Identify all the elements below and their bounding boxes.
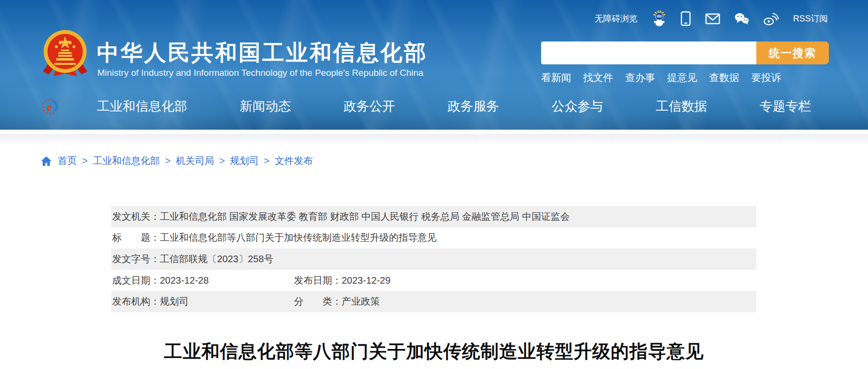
row-label: 标 题： [112, 231, 160, 244]
breadcrumb-home[interactable]: 首页 [58, 154, 77, 167]
quick-link-data[interactable]: 查数据 [709, 71, 739, 84]
table-row-dates: 成文日期： 2023-12-28 发布日期： 2023-12-29 [111, 270, 756, 291]
mail-icon[interactable] [705, 13, 720, 25]
row-second-column: 发布日期： 2023-12-29 [294, 274, 390, 287]
national-emblem [42, 29, 88, 80]
breadcrumb-planning-dept[interactable]: 规划司 [230, 154, 259, 167]
quick-link-docs[interactable]: 找文件 [583, 71, 613, 84]
nav-item-gov-info[interactable]: 政务公开 [344, 98, 395, 115]
row-value: 2023-12-29 [342, 275, 390, 286]
table-row-title: 标 题： 工业和信息化部等八部门关于加快传统制造业转型升级的指导意见 [111, 227, 756, 249]
doc-meta-table: 发文机关： 工业和信息化部 国家发展改革委 教育部 财政部 中国人民银行 税务总… [111, 206, 756, 312]
quick-link-complaint[interactable]: 要投诉 [751, 71, 781, 84]
row-label: 发布机构： [112, 295, 160, 308]
nav-item-news[interactable]: 新闻动态 [240, 98, 291, 115]
main-nav: 工业和信息化部 新闻动态 政务公开 政务服务 公众参与 工信数据 专题专栏 [97, 95, 811, 117]
nav-item-topics[interactable]: 专题专栏 [760, 98, 811, 115]
row-value: 产业政策 [342, 295, 380, 308]
utility-bar: 无障碍浏览 [595, 10, 828, 27]
quick-link-services[interactable]: 查办事 [625, 71, 655, 84]
row-value: 规划司 [160, 295, 188, 308]
page: 无障碍浏览 [0, 0, 868, 369]
weibo-icon[interactable] [763, 12, 779, 25]
quick-link-news[interactable]: 看新闻 [541, 71, 571, 84]
row-value: 工信部联规〔2023〕258号 [160, 253, 273, 266]
row-second-column: 分 类： 产业政策 [294, 295, 380, 308]
table-row-publisher-category: 发布机构： 规划司 分 类： 产业政策 [111, 291, 756, 312]
wechat-icon[interactable] [734, 12, 749, 25]
breadcrumb-bureaus[interactable]: 机关司局 [176, 154, 214, 167]
row-value: 2023-12-28 [160, 275, 209, 286]
breadcrumb-separator: > [219, 155, 225, 166]
nav-item-gov-services[interactable]: 政务服务 [448, 98, 499, 115]
accessibility-link[interactable]: 无障碍浏览 [595, 13, 638, 24]
phone-icon[interactable] [680, 11, 691, 26]
search-input[interactable] [541, 41, 756, 64]
quick-link-feedback[interactable]: 提意见 [667, 71, 697, 84]
nav-item-participation[interactable]: 公众参与 [552, 98, 603, 115]
table-row-issuing-agency: 发文机关： 工业和信息化部 国家发展改革委 教育部 财政部 中国人民银行 税务总… [111, 206, 756, 227]
breadcrumb-separator: > [165, 155, 171, 166]
org-name-en: Ministry of Industry and Information Tec… [97, 68, 423, 78]
header-divider [0, 130, 868, 134]
row-label: 分 类： [294, 295, 342, 308]
nav-item-miit[interactable]: 工业和信息化部 [97, 98, 187, 115]
breadcrumb-doc-release[interactable]: 文件发布 [275, 154, 313, 167]
site-header: 无障碍浏览 [0, 0, 868, 130]
subheader-band [0, 134, 868, 144]
breadcrumb-separator: > [82, 155, 88, 166]
article-title: 工业和信息化部等八部门关于加快传统制造业转型升级的指导意见 [0, 339, 868, 364]
home-icon[interactable] [41, 156, 52, 166]
row-label: 发文字号： [112, 253, 160, 266]
row-value: 工业和信息化部等八部门关于加快传统制造业转型升级的指导意见 [160, 231, 437, 244]
breadcrumb-separator: > [264, 155, 270, 166]
breadcrumb-miit[interactable]: 工业和信息化部 [93, 154, 160, 167]
row-label: 发文机关： [112, 210, 160, 223]
miit-logo-icon[interactable]: e [41, 98, 59, 118]
nav-item-data[interactable]: 工信数据 [656, 98, 707, 115]
quick-links: 看新闻 找文件 查办事 提意见 查数据 要投诉 [541, 71, 781, 84]
rss-link[interactable]: RSS订阅 [793, 13, 828, 24]
row-label: 成文日期： [112, 274, 160, 287]
breadcrumb: 首页 > 工业和信息化部 > 机关司局 > 规划司 > 文件发布 [41, 154, 313, 167]
row-value: 工业和信息化部 国家发展改革委 教育部 财政部 中国人民银行 税务总局 金融监管… [160, 210, 570, 223]
mascot-icon[interactable] [652, 10, 666, 27]
row-label: 发布日期： [294, 274, 342, 287]
org-name-cn: 中华人民共和国工业和信息化部 [97, 38, 428, 68]
svg-text:e: e [47, 101, 52, 113]
search-button[interactable]: 统一搜索 [756, 41, 829, 64]
table-row-doc-number: 发文字号： 工信部联规〔2023〕258号 [111, 248, 756, 270]
